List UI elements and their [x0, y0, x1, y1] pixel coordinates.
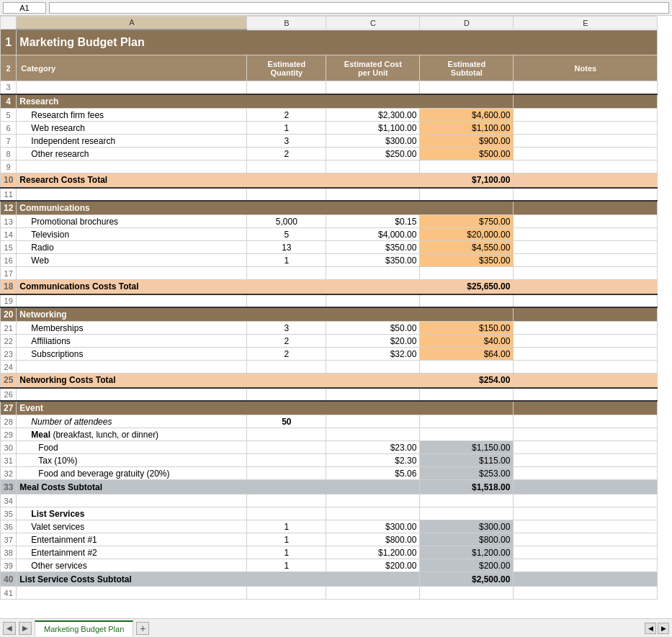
- meal-item-1-name: Food: [17, 441, 247, 454]
- comm-item-3-subtotal: $4,550.00: [420, 241, 514, 254]
- list-item-4-cost: $200.00: [326, 559, 420, 572]
- meal-item-1-cost: $23.00: [326, 441, 420, 454]
- row-num-34: 34: [1, 494, 17, 507]
- tab-nav-right[interactable]: ▶: [19, 622, 32, 635]
- row-num-19: 19: [1, 294, 17, 307]
- list-item-3-subtotal: $1,200.00: [420, 546, 514, 559]
- research-item-4-subtotal: $500.00: [420, 148, 514, 161]
- comm-item-2-cost: $4,000.00: [326, 228, 420, 241]
- research-item-2-subtotal: $1,100.00: [420, 122, 514, 135]
- row-17: 17: [1, 267, 658, 280]
- list-subtotal-row: 40 List Service Costs Subtotal $2,500.00: [1, 572, 658, 587]
- list-item-2-name: Entertainment #1: [17, 533, 247, 546]
- meal-row-1: 30 Food $23.00 $1,150.00: [1, 441, 658, 454]
- row-num-8: 8: [1, 148, 17, 161]
- tab-bar: ◀ ▶ Marketing Budget Plan + ◀ ▶: [0, 618, 672, 637]
- comm-item-3-name: Radio: [17, 241, 247, 254]
- net-item-2-qty: 2: [247, 335, 326, 348]
- comm-row-3: 15 Radio 13 $350.00 $4,550.00: [1, 241, 658, 254]
- name-box[interactable]: [3, 2, 46, 14]
- col-labels-row: 2 Category EstimatedQuantity Estimated C…: [1, 55, 658, 81]
- row-num-39: 39: [1, 559, 17, 572]
- comm-total-value: $25,650.00: [420, 280, 514, 294]
- comm-total-label: Communications Costs Total: [17, 280, 420, 294]
- corner-cell: [1, 17, 17, 30]
- list-row-3: 38 Entertainment #2 1 $1,200.00 $1,200.0…: [1, 546, 658, 559]
- comm-item-4-qty: 1: [247, 254, 326, 267]
- list-services-label: List Services: [17, 507, 247, 520]
- meal-item-2-name: Tax (10%): [17, 454, 247, 467]
- research-item-2-cost: $1,100.00: [326, 122, 420, 135]
- research-row-1: 5 Research firm fees 2 $2,300.00 $4,600.…: [1, 109, 658, 122]
- net-total-label: Networking Costs Total: [17, 374, 420, 388]
- list-item-1-qty: 1: [247, 520, 326, 533]
- event-header: Event: [17, 401, 514, 415]
- research-total-value: $7,100.00: [420, 173, 514, 188]
- row-num-24: 24: [1, 361, 17, 374]
- attendees-label: Number of attendees: [17, 415, 247, 428]
- column-header-row: A B C D E: [1, 17, 658, 30]
- row-num-25: 25: [1, 374, 17, 388]
- comm-row-2: 14 Television 5 $4,000.00 $20,000.00: [1, 228, 658, 241]
- meal-item-3-cost: $5.06: [326, 467, 420, 480]
- row-11: 11: [1, 188, 658, 201]
- communications-header: Communications: [17, 201, 514, 215]
- add-sheet-button[interactable]: +: [136, 622, 149, 635]
- formula-bar: [0, 0, 672, 16]
- col-c-header: C: [326, 17, 420, 30]
- list-row-2: 37 Entertainment #1 1 $800.00 $800.00: [1, 533, 658, 546]
- row-num-12: 12: [1, 201, 17, 215]
- row-3: 3: [1, 81, 658, 94]
- meal-subtotal-value: $1,518.00: [420, 480, 514, 494]
- col-d-header: D: [420, 17, 514, 30]
- row-num-15: 15: [1, 241, 17, 254]
- research-item-3-qty: 3: [247, 135, 326, 148]
- list-item-2-qty: 1: [247, 533, 326, 546]
- research-item-4-qty: 2: [247, 148, 326, 161]
- row-num-38: 38: [1, 546, 17, 559]
- row-num-23: 23: [1, 348, 17, 361]
- list-item-3-cost: $1,200.00: [326, 546, 420, 559]
- net-item-2-cost: $20.00: [326, 335, 420, 348]
- list-subtotal-label: List Service Costs Subtotal: [17, 572, 420, 587]
- net-total-row: 25 Networking Costs Total $254.00: [1, 374, 658, 388]
- comm-item-4-subtotal: $350.00: [420, 254, 514, 267]
- research-item-4-cost: $250.00: [326, 148, 420, 161]
- list-item-4-subtotal: $200.00: [420, 559, 514, 572]
- meal-row-2: 31 Tax (10%) $2.30 $115.00: [1, 454, 658, 467]
- row-num-22: 22: [1, 335, 17, 348]
- formula-input[interactable]: [49, 2, 669, 14]
- networking-header: Networking: [17, 307, 514, 322]
- list-row-4: 39 Other services 1 $200.00 $200.00: [1, 559, 658, 572]
- col-cost-label: Estimated Costper Unit: [326, 55, 420, 81]
- row-num-3: 3: [1, 81, 17, 94]
- sheet-tab-marketing[interactable]: Marketing Budget Plan: [35, 620, 133, 636]
- attendees-value: 50: [247, 415, 326, 428]
- net-item-3-name: Subscriptions: [17, 348, 247, 361]
- row-num-35: 35: [1, 507, 17, 520]
- row-num-11: 11: [1, 188, 17, 201]
- meal-subtotal-label: Meal Costs Subtotal: [17, 480, 420, 494]
- row-num-30: 30: [1, 441, 17, 454]
- row-num-40: 40: [1, 572, 17, 587]
- row-num-1: 1: [1, 30, 17, 55]
- row-num-2: 2: [1, 55, 17, 81]
- row-num-16: 16: [1, 254, 17, 267]
- scroll-right-btn[interactable]: ▶: [658, 623, 669, 634]
- meal-subtotal-row: 33 Meal Costs Subtotal $1,518.00: [1, 480, 658, 494]
- comm-item-2-name: Television: [17, 228, 247, 241]
- row-num-6: 6: [1, 122, 17, 135]
- col-b-header: B: [247, 17, 326, 30]
- comm-item-4-cost: $350.00: [326, 254, 420, 267]
- comm-total-row: 18 Communications Costs Total $25,650.00: [1, 280, 658, 294]
- tab-nav-left[interactable]: ◀: [3, 622, 16, 635]
- row-num-7: 7: [1, 135, 17, 148]
- meal-item-2-cost: $2.30: [326, 454, 420, 467]
- meal-row-3: 32 Food and beverage gratuity (20%) $5.0…: [1, 467, 658, 480]
- scroll-left-btn[interactable]: ◀: [645, 623, 656, 634]
- event-header-row: 27 Event: [1, 401, 658, 415]
- research-item-1-name: Research firm fees: [17, 109, 247, 122]
- meal-item-3-subtotal: $253.00: [420, 467, 514, 480]
- row-num-18: 18: [1, 280, 17, 294]
- research-item-1-subtotal: $4,600.00: [420, 109, 514, 122]
